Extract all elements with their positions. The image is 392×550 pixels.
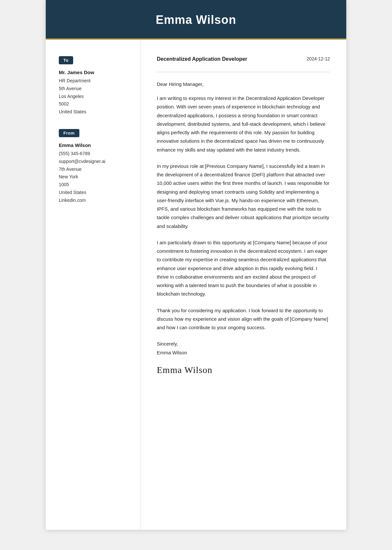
recipient-line2: 5th Avenue: [59, 86, 82, 91]
recipient-details: HR Department 5th Avenue Los Angeles 500…: [59, 77, 130, 116]
letter-date: 2024-12-12: [306, 56, 330, 61]
sidebar: To Mr. James Dow HR Department 5th Avenu…: [46, 40, 140, 530]
greeting: Dear Hiring Manager,: [157, 81, 330, 87]
signature-script: Emma Wilson: [157, 365, 330, 375]
sender-email: support@cvdesigner.ai: [59, 159, 106, 164]
from-section: From Emma Wilson (555) 345-6789 support@…: [59, 129, 130, 204]
sender-country: United States: [59, 190, 86, 195]
paragraph-3: I am particularly drawn to this opportun…: [157, 238, 330, 299]
recipient-line1: HR Department: [59, 78, 90, 83]
paragraph-1: I am writing to express my interest in t…: [157, 94, 330, 154]
sender-phone: (555) 345-6789: [59, 151, 90, 156]
recipient-line4: 5002: [59, 101, 69, 106]
job-title: Decentralized Application Developer: [157, 56, 247, 62]
applicant-name: Emma Wilson: [46, 13, 346, 27]
signature-text: Emma Wilson: [157, 365, 212, 375]
sender-details: (555) 345-6789 support@cvdesigner.ai 7th…: [59, 150, 130, 204]
closing-line2: Emma Wilson: [157, 348, 330, 357]
sender-name: Emma Wilson: [59, 142, 130, 148]
recipient-country: United States: [59, 109, 86, 114]
from-badge: From: [59, 129, 79, 137]
page-header: Emma Wilson: [46, 0, 346, 39]
closing: Sincerely, Emma Wilson: [157, 340, 330, 357]
cover-letter-page: Emma Wilson To Mr. James Dow HR Departme…: [46, 0, 346, 530]
recipient-line3: Los Angeles: [59, 94, 84, 99]
to-section: To Mr. James Dow HR Department 5th Avenu…: [59, 56, 130, 116]
sender-zip: 1005: [59, 182, 69, 187]
sender-website: Linkedin.com: [59, 198, 86, 203]
paragraph-2: In my previous role at [Previous Company…: [157, 162, 330, 231]
recipient-name: Mr. James Dow: [59, 70, 130, 75]
main-divider: [157, 72, 330, 72]
paragraph-4: Thank you for considering my application…: [157, 306, 330, 332]
to-badge: To: [59, 56, 73, 64]
closing-line1: Sincerely,: [157, 340, 330, 348]
page-body: To Mr. James Dow HR Department 5th Avenu…: [46, 40, 346, 530]
sender-street: 7th Avenue: [59, 167, 82, 172]
main-content: Decentralized Application Developer 2024…: [140, 40, 346, 530]
sender-city: New York: [59, 174, 78, 179]
main-header-row: Decentralized Application Developer 2024…: [157, 56, 330, 62]
